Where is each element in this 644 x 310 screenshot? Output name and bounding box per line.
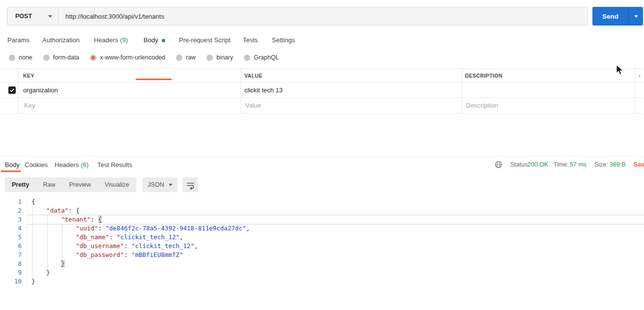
request-url-bar: POST xyxy=(7,7,588,26)
send-button[interactable]: Send xyxy=(592,7,628,26)
value-header-label: VALUE xyxy=(244,73,263,79)
request-tabs: Params Authorization Headers(9) Body Pre… xyxy=(0,30,644,50)
time-label: Time: xyxy=(554,160,569,169)
key-cell-text: organization xyxy=(23,86,58,94)
key-cell[interactable]: organization xyxy=(18,83,241,97)
radio-selected-icon xyxy=(90,55,96,61)
key-column-header: KEY xyxy=(18,69,241,82)
code-line: "data": { xyxy=(27,206,644,215)
size-label: Size: xyxy=(594,160,608,169)
radio-icon xyxy=(244,55,250,61)
code-line: "uuid": "de846f2c-78a5-4392-9418-811e9cd… xyxy=(27,224,644,233)
tab-tests[interactable]: Tests xyxy=(243,30,258,50)
tab-body[interactable]: Body xyxy=(144,30,165,50)
unsaved-changes-dot-icon xyxy=(162,39,165,42)
view-tab-pretty[interactable]: Pretty xyxy=(5,177,36,192)
code-line: } xyxy=(27,268,644,277)
code-line: { xyxy=(27,197,644,206)
url-input[interactable] xyxy=(59,7,587,25)
radio-icon xyxy=(176,55,182,61)
format-label: JSON xyxy=(147,181,164,188)
line-number: 1 xyxy=(0,197,22,206)
new-value-cell xyxy=(241,98,462,113)
line-number: 6 xyxy=(0,242,22,251)
response-section-divider xyxy=(0,156,644,157)
radio-icon xyxy=(43,55,50,61)
method-dropdown[interactable]: POST xyxy=(7,7,59,25)
active-response-tab-underline xyxy=(1,170,21,172)
row-checkbox-cell xyxy=(0,83,18,97)
body-mode-binary[interactable]: binary xyxy=(206,54,233,61)
headers-count-badge: (9) xyxy=(120,36,128,44)
tab-settings[interactable]: Settings xyxy=(272,30,295,50)
response-meta-bar: Status: 200 OK Time: 57 ms Size: 369 B S… xyxy=(0,160,644,170)
value-cell-text: clickit tech 13 xyxy=(244,86,283,94)
code-line: "db_password": "mBBfiEU8mmfZ" xyxy=(27,251,644,259)
new-key-input[interactable] xyxy=(23,101,230,110)
line-number: 8 xyxy=(0,259,22,268)
view-tab-visualize[interactable]: Visualize xyxy=(98,177,136,192)
new-description-cell xyxy=(462,98,635,113)
row-checkbox[interactable] xyxy=(8,86,16,94)
status-value: 200 OK xyxy=(527,160,548,169)
code-line: } xyxy=(27,259,644,268)
chevron-down-icon xyxy=(634,15,638,18)
new-description-input[interactable] xyxy=(465,101,626,110)
radio-icon xyxy=(9,55,15,61)
tab-authorization[interactable]: Authorization xyxy=(42,30,80,50)
method-label: POST xyxy=(15,13,32,20)
format-dropdown[interactable]: JSON xyxy=(143,177,177,192)
response-body-viewer[interactable]: 12345678910 { "data": { "tenant": { "uui… xyxy=(0,197,644,293)
more-options-dot-icon: • xyxy=(639,73,641,79)
mouse-cursor-icon xyxy=(615,64,624,76)
row-options-cell xyxy=(635,83,644,97)
description-cell[interactable] xyxy=(462,83,635,97)
code-line: "db_name": "clickit_tech_12", xyxy=(27,233,644,242)
tab-params[interactable]: Params xyxy=(7,30,29,50)
body-mode-none[interactable]: none xyxy=(9,54,32,61)
body-mode-form-data[interactable]: form-data xyxy=(43,54,80,61)
meta-divider xyxy=(629,161,629,169)
body-mode-raw[interactable]: raw xyxy=(176,54,196,61)
code-line: "tenant": { xyxy=(27,215,644,224)
code-line: } xyxy=(27,277,644,286)
description-column-header: DESCRIPTION xyxy=(462,69,635,82)
view-tab-preview[interactable]: Preview xyxy=(62,177,97,192)
description-header-label: DESCRIPTION xyxy=(465,73,502,79)
tab-headers[interactable]: Headers(9) xyxy=(94,30,128,50)
wrap-text-button[interactable] xyxy=(182,177,198,192)
new-row-checkbox-cell xyxy=(0,98,18,113)
value-cell[interactable]: clickit tech 13 xyxy=(241,83,462,97)
table-row: organization clickit tech 13 xyxy=(0,83,644,98)
view-tab-raw[interactable]: Raw xyxy=(36,177,62,192)
new-value-input[interactable] xyxy=(244,101,451,110)
body-mode-label: binary xyxy=(216,54,233,61)
body-mode-label: none xyxy=(19,54,32,61)
line-number: 7 xyxy=(0,251,22,259)
response-view-switcher: Pretty Raw Preview Visualize xyxy=(5,177,136,192)
tab-pre-request-script[interactable]: Pre-request Script xyxy=(179,30,231,50)
table-header-row: KEY VALUE DESCRIPTION • xyxy=(0,68,644,83)
table-new-row xyxy=(0,98,644,113)
body-mode-graphql[interactable]: GraphQL xyxy=(244,54,279,61)
body-mode-x-www-form-urlencoded[interactable]: x-www-form-urlencoded xyxy=(90,54,165,61)
body-mode-label: x-www-form-urlencoded xyxy=(100,54,165,61)
check-icon xyxy=(9,87,15,93)
save-response-button[interactable]: Sav xyxy=(634,160,644,169)
line-number: 5 xyxy=(0,233,22,242)
status-label: Status: xyxy=(510,160,529,169)
table-options-cell[interactable]: • xyxy=(635,69,644,82)
body-mode-label: form-data xyxy=(53,54,80,61)
size-value: 369 B xyxy=(610,160,626,169)
urlencoded-params-table: KEY VALUE DESCRIPTION • organization cli… xyxy=(0,68,644,113)
globe-icon[interactable] xyxy=(495,161,502,171)
send-button-group: Send xyxy=(592,7,643,26)
body-mode-options: none form-data x-www-form-urlencoded raw… xyxy=(9,51,279,64)
radio-icon xyxy=(206,55,213,61)
time-value: 57 ms xyxy=(570,160,586,169)
send-options-button[interactable] xyxy=(628,7,643,26)
wrap-text-icon xyxy=(186,180,195,190)
body-mode-label: raw xyxy=(186,54,196,61)
code-gutter: 12345678910 xyxy=(0,197,22,286)
chevron-down-icon xyxy=(48,15,52,18)
